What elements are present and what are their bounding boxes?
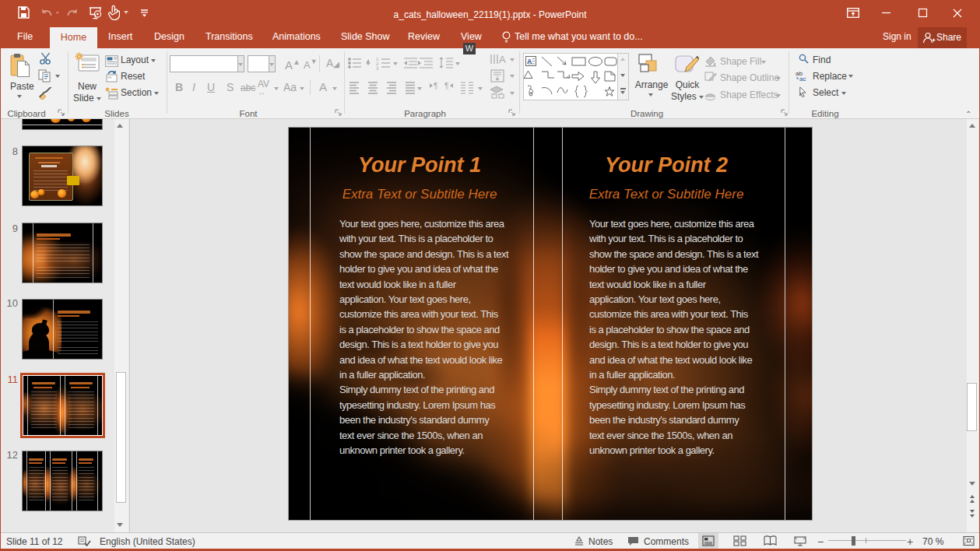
svg-text:A: A bbox=[527, 58, 532, 65]
svg-text:¶: ¶ bbox=[444, 82, 448, 90]
svg-text:A: A bbox=[499, 54, 506, 65]
svg-text:ac: ac bbox=[799, 75, 806, 82]
svg-text:3: 3 bbox=[376, 66, 379, 71]
svg-text:¶: ¶ bbox=[434, 82, 437, 90]
